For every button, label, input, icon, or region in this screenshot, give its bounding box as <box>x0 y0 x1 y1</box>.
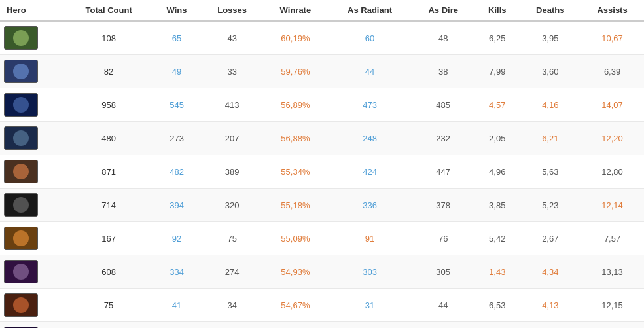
as-dire: 38 <box>412 55 474 88</box>
total-count: 871 <box>65 155 152 189</box>
wins: 92 <box>152 222 201 255</box>
col-wins[interactable]: Wins <box>152 0 201 21</box>
winrate: 55,34% <box>263 155 328 189</box>
hero-icon <box>4 260 38 283</box>
hero-icon-cell[interactable] <box>0 88 65 122</box>
deaths: 4,16 <box>520 88 581 122</box>
deaths: 3,60 <box>520 55 581 88</box>
as-dire: 485 <box>412 88 474 122</box>
losses: 274 <box>201 255 263 289</box>
hero-icon <box>4 60 38 83</box>
deaths: 6,21 <box>520 122 581 155</box>
wins: 334 <box>152 255 201 289</box>
col-kills[interactable]: Kills <box>474 0 520 21</box>
as-radiant: 473 <box>328 88 412 122</box>
deaths: 4,34 <box>520 255 581 289</box>
table-row: 82493359,76%44387,993,606,39 <box>0 55 644 88</box>
col-winrate[interactable]: Winrate <box>263 0 328 21</box>
wins: 517 <box>152 322 201 329</box>
hero-icon <box>4 26 38 50</box>
total-count: 947 <box>65 322 152 329</box>
as-radiant: 424 <box>328 155 412 189</box>
total-count: 480 <box>65 122 152 155</box>
losses: 413 <box>201 88 263 122</box>
hero-icon-cell[interactable] <box>0 189 65 222</box>
winrate: 56,89% <box>263 88 328 122</box>
deaths: 5,23 <box>520 189 581 222</box>
as-dire: 447 <box>412 155 474 189</box>
wins: 65 <box>152 21 201 55</box>
wins: 273 <box>152 122 201 155</box>
as-dire: 305 <box>412 255 474 289</box>
wins: 49 <box>152 55 201 88</box>
as-radiant: 248 <box>328 122 412 155</box>
assists: 9,97 <box>581 322 644 329</box>
kills: 1,43 <box>474 255 520 289</box>
total-count: 608 <box>65 255 152 289</box>
as-dire: 232 <box>412 122 474 155</box>
as-dire: 483 <box>412 322 474 329</box>
hero-icon-cell[interactable] <box>0 55 65 88</box>
table-row: 95854541356,89%4734854,574,1614,07 <box>0 88 644 122</box>
losses: 33 <box>201 55 263 88</box>
as-radiant: 303 <box>328 255 412 289</box>
kills: 7,99 <box>474 55 520 88</box>
total-count: 82 <box>65 55 152 88</box>
as-radiant: 60 <box>328 21 412 55</box>
total-count: 714 <box>65 189 152 222</box>
winrate: 54,93% <box>263 255 328 289</box>
assists: 14,07 <box>581 88 644 122</box>
hero-icon-cell[interactable] <box>0 21 65 55</box>
col-total-count[interactable]: Total Count <box>65 0 152 21</box>
kills: 5,42 <box>474 222 520 255</box>
as-dire: 44 <box>412 289 474 322</box>
col-hero[interactable]: Hero <box>0 0 65 21</box>
col-as-dire[interactable]: As Dire <box>412 0 474 21</box>
losses: 75 <box>201 222 263 255</box>
hero-icon <box>4 160 38 183</box>
col-deaths[interactable]: Deaths <box>520 0 581 21</box>
hero-stats-table: Hero Total Count Wins Losses Winrate As … <box>0 0 644 328</box>
losses: 34 <box>201 289 263 322</box>
table-row: 94751743054,59%4644837,153,209,97 <box>0 322 644 329</box>
winrate: 55,18% <box>263 189 328 222</box>
table-row: 71439432055,18%3363783,855,2312,14 <box>0 189 644 222</box>
wins: 41 <box>152 289 201 322</box>
hero-icon <box>4 193 38 217</box>
deaths: 4,13 <box>520 289 581 322</box>
col-as-radiant[interactable]: As Radiant <box>328 0 412 21</box>
winrate: 54,59% <box>263 322 328 329</box>
hero-icon-cell[interactable] <box>0 289 65 322</box>
table-row: 87148238955,34%4244474,965,6312,80 <box>0 155 644 189</box>
kills: 4,96 <box>474 155 520 189</box>
hero-icon <box>4 126 38 150</box>
wins: 545 <box>152 88 201 122</box>
kills: 2,05 <box>474 122 520 155</box>
hero-icon-cell[interactable] <box>0 255 65 289</box>
assists: 12,14 <box>581 189 644 222</box>
hero-icon <box>4 227 38 250</box>
col-losses[interactable]: Losses <box>201 0 263 21</box>
hero-icon-cell[interactable] <box>0 222 65 255</box>
as-dire: 378 <box>412 189 474 222</box>
kills: 6,25 <box>474 21 520 55</box>
hero-icon-cell[interactable] <box>0 155 65 189</box>
hero-icon-cell[interactable] <box>0 122 65 155</box>
wins: 482 <box>152 155 201 189</box>
deaths: 3,20 <box>520 322 581 329</box>
table-row: 167927555,09%91765,422,677,57 <box>0 222 644 255</box>
hero-icon-cell[interactable] <box>0 322 65 329</box>
losses: 430 <box>201 322 263 329</box>
assists: 12,20 <box>581 122 644 155</box>
as-radiant: 464 <box>328 322 412 329</box>
assists: 12,80 <box>581 155 644 189</box>
wins: 394 <box>152 189 201 222</box>
hero-icon <box>4 293 38 317</box>
col-assists[interactable]: Assists <box>581 0 644 21</box>
total-count: 167 <box>65 222 152 255</box>
winrate: 59,76% <box>263 55 328 88</box>
winrate: 56,88% <box>263 122 328 155</box>
winrate: 54,67% <box>263 289 328 322</box>
losses: 207 <box>201 122 263 155</box>
table-row: 75413454,67%31446,534,1312,15 <box>0 289 644 322</box>
